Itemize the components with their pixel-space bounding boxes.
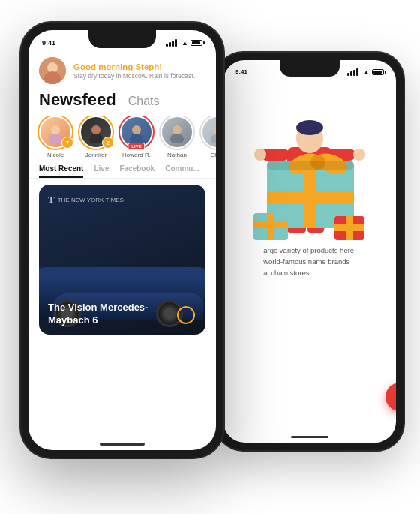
back-text-block: arge variety of products here, world-fam… <box>260 245 359 279</box>
battery-front-icon <box>190 40 202 46</box>
story-avatar-nicole: 7 <box>39 116 72 149</box>
svg-rect-17 <box>267 161 354 170</box>
svg-point-6 <box>296 120 323 135</box>
nyt-label: THE NEW YORK TIMES <box>58 197 124 203</box>
battery-icon <box>372 69 384 75</box>
chats-link[interactable]: Chats <box>128 95 160 108</box>
news-headline: The Vision Mercedes-Maybach 6 <box>48 302 168 327</box>
story-name-nicole: Nicole <box>47 152 64 158</box>
story-name-chr: Chr... <box>210 152 216 158</box>
greeting-text: Good morning Steph! Stay dry today in Mo… <box>74 62 195 80</box>
fab-button[interactable]: → <box>386 383 396 411</box>
story-item-jennifer[interactable]: 2 Jennifer <box>80 116 112 158</box>
back-phone-content: arge variety of products here, world-fam… <box>224 80 396 443</box>
greeting-title: Good morning Steph! <box>74 62 195 71</box>
story-badge-live-howard: LIVE <box>128 143 145 150</box>
tabs-row: Most Recent Live Facebook Commu... <box>28 164 216 179</box>
svg-point-25 <box>47 62 58 73</box>
greeting-row: Good morning Steph! Stay dry today in Mo… <box>28 51 216 89</box>
back-text-1: arge variety of products here, <box>263 245 356 256</box>
tab-live[interactable]: Live <box>94 164 109 178</box>
newsfeed-title: Newsfeed <box>39 90 116 110</box>
wifi-front-icon: ▲ <box>182 39 188 47</box>
back-text-2: world-famous name brands <box>263 256 356 267</box>
back-status-icons: ▲ <box>347 68 384 76</box>
svg-rect-23 <box>334 224 364 231</box>
story-name-jennifer: Jennifer <box>86 152 106 158</box>
fab-arrow-icon: → <box>394 390 396 404</box>
story-badge-nicole: 7 <box>62 137 74 149</box>
back-time: 9:41 <box>236 68 248 75</box>
back-text-3: al chain stores. <box>263 267 356 278</box>
stories-row: 7 Nicole 2 Jennifer <box>28 116 216 164</box>
story-item-nicole[interactable]: 7 Nicole <box>39 116 72 158</box>
tab-most-recent[interactable]: Most Recent <box>39 164 83 178</box>
story-item-nathan[interactable]: Nathan <box>160 116 194 158</box>
svg-rect-13 <box>267 191 354 203</box>
story-avatar-chr: ✆ <box>201 116 216 149</box>
wifi-icon: ▲ <box>363 68 370 76</box>
gift-illustration <box>246 95 374 245</box>
news-card[interactable]: T THE NEW YORK TIMES The Vision Mercedes… <box>39 185 206 335</box>
nyt-logo: T THE NEW YORK TIMES <box>48 194 124 206</box>
front-time: 9:41 <box>42 39 56 47</box>
svg-point-10 <box>353 149 365 161</box>
home-indicator-front <box>100 443 145 446</box>
svg-rect-20 <box>254 221 288 228</box>
circle-indicator <box>177 306 195 324</box>
tab-facebook[interactable]: Facebook <box>119 164 154 178</box>
story-avatar-howard: LIVE <box>120 116 153 149</box>
story-badge-jennifer: 2 <box>102 137 114 149</box>
home-indicator-back <box>291 436 328 438</box>
feed-header: Newsfeed Chats <box>28 89 216 116</box>
front-phone: 9:41 ▲ <box>21 23 224 458</box>
avatar <box>39 57 66 84</box>
front-status-icons: ▲ <box>166 39 202 47</box>
story-item-howard[interactable]: LIVE Howard R. <box>120 116 153 158</box>
story-avatar-jennifer: 2 <box>80 116 112 149</box>
story-avatar-nathan <box>160 116 194 149</box>
scene: 9:41 ▲ <box>0 0 420 514</box>
story-name-howard: Howard R. <box>122 152 151 158</box>
nyt-t-icon: T <box>48 194 55 206</box>
story-item-chr[interactable]: ✆ Chr... <box>201 116 216 158</box>
svg-point-9 <box>254 149 266 161</box>
news-card-bg: T THE NEW YORK TIMES The Vision Mercedes… <box>39 185 206 335</box>
notch-front <box>88 30 156 48</box>
notch-back <box>280 60 340 77</box>
tab-community[interactable]: Commu... <box>165 164 200 178</box>
story-name-nathan: Nathan <box>167 152 187 158</box>
back-phone: 9:41 ▲ <box>216 53 404 450</box>
greeting-subtitle: Stay dry today in Moscow. Rain is foreca… <box>74 72 195 80</box>
